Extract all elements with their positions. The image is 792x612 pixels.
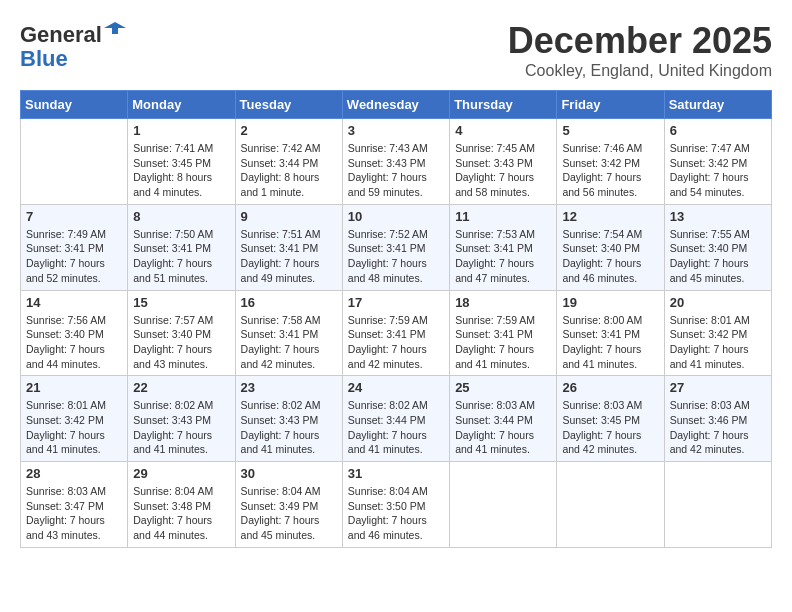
day-number: 17 xyxy=(348,295,444,310)
day-info: Sunrise: 7:50 AMSunset: 3:41 PMDaylight:… xyxy=(133,227,229,286)
day-info: Sunrise: 8:03 AMSunset: 3:44 PMDaylight:… xyxy=(455,398,551,457)
day-number: 31 xyxy=(348,466,444,481)
day-info: Sunrise: 8:02 AMSunset: 3:43 PMDaylight:… xyxy=(133,398,229,457)
day-number: 9 xyxy=(241,209,337,224)
day-info: Sunrise: 7:46 AMSunset: 3:42 PMDaylight:… xyxy=(562,141,658,200)
day-number: 27 xyxy=(670,380,766,395)
logo-blue: Blue xyxy=(20,46,68,71)
day-cell: 7Sunrise: 7:49 AMSunset: 3:41 PMDaylight… xyxy=(21,204,128,290)
day-info: Sunrise: 7:56 AMSunset: 3:40 PMDaylight:… xyxy=(26,313,122,372)
day-info: Sunrise: 7:49 AMSunset: 3:41 PMDaylight:… xyxy=(26,227,122,286)
logo: General Blue xyxy=(20,20,126,71)
col-header-tuesday: Tuesday xyxy=(235,91,342,119)
day-cell: 13Sunrise: 7:55 AMSunset: 3:40 PMDayligh… xyxy=(664,204,771,290)
col-header-friday: Friday xyxy=(557,91,664,119)
col-header-saturday: Saturday xyxy=(664,91,771,119)
month-title: December 2025 xyxy=(508,20,772,62)
day-info: Sunrise: 7:54 AMSunset: 3:40 PMDaylight:… xyxy=(562,227,658,286)
logo-general: General xyxy=(20,22,102,47)
day-info: Sunrise: 8:04 AMSunset: 3:50 PMDaylight:… xyxy=(348,484,444,543)
day-cell: 8Sunrise: 7:50 AMSunset: 3:41 PMDaylight… xyxy=(128,204,235,290)
day-cell: 31Sunrise: 8:04 AMSunset: 3:50 PMDayligh… xyxy=(342,462,449,548)
day-cell: 27Sunrise: 8:03 AMSunset: 3:46 PMDayligh… xyxy=(664,376,771,462)
col-header-monday: Monday xyxy=(128,91,235,119)
day-cell xyxy=(21,119,128,205)
day-number: 1 xyxy=(133,123,229,138)
day-cell: 21Sunrise: 8:01 AMSunset: 3:42 PMDayligh… xyxy=(21,376,128,462)
page-header: General Blue December 2025 Cookley, Engl… xyxy=(20,20,772,80)
svg-marker-0 xyxy=(104,22,126,34)
day-info: Sunrise: 8:01 AMSunset: 3:42 PMDaylight:… xyxy=(670,313,766,372)
day-cell xyxy=(450,462,557,548)
day-cell: 26Sunrise: 8:03 AMSunset: 3:45 PMDayligh… xyxy=(557,376,664,462)
day-info: Sunrise: 7:57 AMSunset: 3:40 PMDaylight:… xyxy=(133,313,229,372)
day-cell: 9Sunrise: 7:51 AMSunset: 3:41 PMDaylight… xyxy=(235,204,342,290)
day-cell: 24Sunrise: 8:02 AMSunset: 3:44 PMDayligh… xyxy=(342,376,449,462)
day-number: 15 xyxy=(133,295,229,310)
title-area: December 2025 Cookley, England, United K… xyxy=(508,20,772,80)
week-row-4: 21Sunrise: 8:01 AMSunset: 3:42 PMDayligh… xyxy=(21,376,772,462)
location: Cookley, England, United Kingdom xyxy=(508,62,772,80)
week-row-1: 1Sunrise: 7:41 AMSunset: 3:45 PMDaylight… xyxy=(21,119,772,205)
day-cell: 15Sunrise: 7:57 AMSunset: 3:40 PMDayligh… xyxy=(128,290,235,376)
day-cell: 5Sunrise: 7:46 AMSunset: 3:42 PMDaylight… xyxy=(557,119,664,205)
day-number: 16 xyxy=(241,295,337,310)
day-info: Sunrise: 7:45 AMSunset: 3:43 PMDaylight:… xyxy=(455,141,551,200)
day-cell xyxy=(664,462,771,548)
day-cell: 2Sunrise: 7:42 AMSunset: 3:44 PMDaylight… xyxy=(235,119,342,205)
day-info: Sunrise: 8:03 AMSunset: 3:47 PMDaylight:… xyxy=(26,484,122,543)
day-number: 8 xyxy=(133,209,229,224)
day-cell: 14Sunrise: 7:56 AMSunset: 3:40 PMDayligh… xyxy=(21,290,128,376)
day-cell: 12Sunrise: 7:54 AMSunset: 3:40 PMDayligh… xyxy=(557,204,664,290)
day-cell: 20Sunrise: 8:01 AMSunset: 3:42 PMDayligh… xyxy=(664,290,771,376)
day-number: 25 xyxy=(455,380,551,395)
day-info: Sunrise: 7:53 AMSunset: 3:41 PMDaylight:… xyxy=(455,227,551,286)
col-header-sunday: Sunday xyxy=(21,91,128,119)
day-number: 14 xyxy=(26,295,122,310)
day-info: Sunrise: 7:51 AMSunset: 3:41 PMDaylight:… xyxy=(241,227,337,286)
day-info: Sunrise: 7:43 AMSunset: 3:43 PMDaylight:… xyxy=(348,141,444,200)
header-row: SundayMondayTuesdayWednesdayThursdayFrid… xyxy=(21,91,772,119)
day-info: Sunrise: 8:04 AMSunset: 3:49 PMDaylight:… xyxy=(241,484,337,543)
day-info: Sunrise: 8:03 AMSunset: 3:45 PMDaylight:… xyxy=(562,398,658,457)
day-cell: 18Sunrise: 7:59 AMSunset: 3:41 PMDayligh… xyxy=(450,290,557,376)
day-info: Sunrise: 7:55 AMSunset: 3:40 PMDaylight:… xyxy=(670,227,766,286)
calendar-table: SundayMondayTuesdayWednesdayThursdayFrid… xyxy=(20,90,772,548)
day-cell: 3Sunrise: 7:43 AMSunset: 3:43 PMDaylight… xyxy=(342,119,449,205)
day-info: Sunrise: 8:03 AMSunset: 3:46 PMDaylight:… xyxy=(670,398,766,457)
day-info: Sunrise: 7:58 AMSunset: 3:41 PMDaylight:… xyxy=(241,313,337,372)
day-number: 21 xyxy=(26,380,122,395)
day-cell: 17Sunrise: 7:59 AMSunset: 3:41 PMDayligh… xyxy=(342,290,449,376)
day-info: Sunrise: 7:42 AMSunset: 3:44 PMDaylight:… xyxy=(241,141,337,200)
day-number: 5 xyxy=(562,123,658,138)
day-info: Sunrise: 7:52 AMSunset: 3:41 PMDaylight:… xyxy=(348,227,444,286)
day-number: 2 xyxy=(241,123,337,138)
day-cell: 11Sunrise: 7:53 AMSunset: 3:41 PMDayligh… xyxy=(450,204,557,290)
col-header-thursday: Thursday xyxy=(450,91,557,119)
week-row-5: 28Sunrise: 8:03 AMSunset: 3:47 PMDayligh… xyxy=(21,462,772,548)
day-cell xyxy=(557,462,664,548)
day-info: Sunrise: 8:02 AMSunset: 3:43 PMDaylight:… xyxy=(241,398,337,457)
day-info: Sunrise: 7:47 AMSunset: 3:42 PMDaylight:… xyxy=(670,141,766,200)
day-info: Sunrise: 8:04 AMSunset: 3:48 PMDaylight:… xyxy=(133,484,229,543)
day-number: 30 xyxy=(241,466,337,481)
day-number: 10 xyxy=(348,209,444,224)
week-row-3: 14Sunrise: 7:56 AMSunset: 3:40 PMDayligh… xyxy=(21,290,772,376)
day-info: Sunrise: 8:00 AMSunset: 3:41 PMDaylight:… xyxy=(562,313,658,372)
day-cell: 19Sunrise: 8:00 AMSunset: 3:41 PMDayligh… xyxy=(557,290,664,376)
day-info: Sunrise: 7:41 AMSunset: 3:45 PMDaylight:… xyxy=(133,141,229,200)
day-info: Sunrise: 8:01 AMSunset: 3:42 PMDaylight:… xyxy=(26,398,122,457)
col-header-wednesday: Wednesday xyxy=(342,91,449,119)
day-cell: 30Sunrise: 8:04 AMSunset: 3:49 PMDayligh… xyxy=(235,462,342,548)
day-cell: 16Sunrise: 7:58 AMSunset: 3:41 PMDayligh… xyxy=(235,290,342,376)
day-number: 4 xyxy=(455,123,551,138)
day-number: 19 xyxy=(562,295,658,310)
day-info: Sunrise: 8:02 AMSunset: 3:44 PMDaylight:… xyxy=(348,398,444,457)
day-number: 7 xyxy=(26,209,122,224)
day-cell: 29Sunrise: 8:04 AMSunset: 3:48 PMDayligh… xyxy=(128,462,235,548)
day-cell: 10Sunrise: 7:52 AMSunset: 3:41 PMDayligh… xyxy=(342,204,449,290)
day-number: 20 xyxy=(670,295,766,310)
day-info: Sunrise: 7:59 AMSunset: 3:41 PMDaylight:… xyxy=(455,313,551,372)
day-number: 18 xyxy=(455,295,551,310)
day-number: 23 xyxy=(241,380,337,395)
